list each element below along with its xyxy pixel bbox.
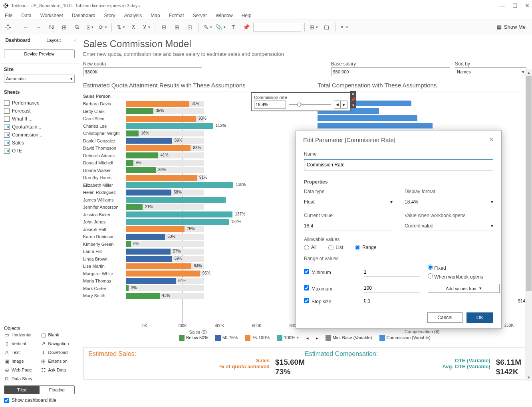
legend-nav-left-icon[interactable]: ◂ [306,336,309,341]
radio-range[interactable]: Range [355,245,376,250]
add-values-from-button[interactable]: Add values from ▾ [428,284,500,293]
new-sheet-icon[interactable]: ⧉ [71,22,83,33]
close-button[interactable]: ✕ [525,2,530,9]
size-select[interactable]: Automatic▾ [4,75,75,83]
new-quota-input[interactable]: $500K [83,67,202,76]
radio-fixed[interactable]: Fixed [428,265,500,271]
menu-story[interactable]: Story [103,12,117,19]
duplicate-icon[interactable]: ⎘ [84,22,95,33]
menu-file[interactable]: File [3,12,14,19]
toolbar-search[interactable] [253,23,301,32]
object-item[interactable]: ↗Navigation [41,340,75,347]
value-when-open-select[interactable]: Current value▾ [405,221,493,231]
forward-icon[interactable]: → [33,22,44,33]
display-format-select[interactable]: 18.4%▾ [405,197,493,207]
fit-icon[interactable]: ⊞ [308,22,319,33]
parameter-name-input[interactable] [304,159,493,170]
attach-icon[interactable]: 📎 [215,22,226,33]
menu-analysis[interactable]: Analysis [123,12,144,19]
object-item[interactable]: ⊕Web Page [4,366,38,373]
stepper-right-icon[interactable]: ▶ [341,101,347,108]
new-data-icon[interactable]: ⊞ [59,22,70,33]
legend-nav-right-icon[interactable]: ▸ [316,336,318,341]
object-item[interactable]: ⤓Download [41,349,75,356]
menu-server[interactable]: Server [191,12,208,19]
menu-format[interactable]: Format [167,12,186,19]
minimize-button[interactable]: — [500,2,505,9]
object-item[interactable]: ⎘Data Story [4,375,38,382]
sort-by-select[interactable]: Names▾ [455,67,526,76]
commission-slider[interactable] [289,104,331,105]
step-check[interactable]: Step size [304,298,356,304]
object-item[interactable]: ▣Image [4,358,38,365]
float-menu-icon[interactable]: ▾ [352,103,354,107]
tab-dashboard[interactable]: Dashboard [0,35,36,45]
device-preview-button[interactable]: Device Preview [4,49,75,58]
menu-window[interactable]: Window [214,12,234,19]
menu-map[interactable]: Map [149,12,161,19]
sheet-item[interactable]: What If ... [4,115,75,123]
radio-list[interactable]: List [328,245,343,250]
scroll-down-icon[interactable]: ▼ [525,374,532,381]
sort-desc-icon[interactable]: ⊻ [141,22,152,33]
sort-asc-icon[interactable]: ⊼ [128,22,139,33]
sheet-item[interactable]: Commission... [4,131,75,139]
tab-layout[interactable]: Layout [36,35,72,45]
current-value-input[interactable]: 18.4 [304,221,393,231]
float-pin-icon[interactable]: 📌 [351,97,355,102]
ok-button[interactable]: OK [466,312,493,323]
menu-dashboard[interactable]: Dashboard [70,12,97,19]
radio-when-open[interactable]: When workbook opens [428,273,500,280]
object-item[interactable]: AText [4,349,38,356]
vertical-scrollbar[interactable]: ▲ ▼ [525,69,532,381]
text-icon[interactable]: T [228,22,239,33]
step-input[interactable] [364,297,420,305]
show-dashboard-title-check[interactable]: Show dashboard title [4,394,75,405]
floating-toggle[interactable]: Floating [40,386,75,394]
labels-icon[interactable]: ⊡ [184,22,195,33]
sheet-item[interactable]: Sales [4,139,75,147]
sheet-item[interactable]: Forecast [4,107,75,115]
tableau-icon[interactable] [2,22,14,33]
menu-worksheet[interactable]: Worksheet [39,12,65,19]
datatype-select[interactable]: Float▾ [304,197,393,207]
highlight-icon[interactable]: ✎ [202,22,213,33]
object-item[interactable]: ⊞Extension [41,358,75,365]
cancel-button[interactable]: Cancel [427,312,462,323]
totals-icon[interactable]: ⊞ [171,22,183,33]
stepper-left-icon[interactable]: ◀ [334,101,341,108]
tiled-toggle[interactable]: Tiled [4,386,40,394]
dialog-close-icon[interactable]: ✕ [489,136,494,143]
menu-data[interactable]: Data [20,12,33,19]
sheet-item[interactable]: Performance [4,99,75,107]
chart-row: James Williams [83,196,313,204]
max-check[interactable]: Maximum [304,285,356,292]
present-icon[interactable]: ▢ [321,22,332,33]
scroll-up-icon[interactable]: ▲ [525,69,532,76]
float-close-icon[interactable]: ✕ [351,92,355,96]
min-input[interactable] [364,268,420,277]
save-icon[interactable]: 🖫 [46,22,57,33]
object-item[interactable]: ▯Vertical [4,340,38,347]
commission-rate-control[interactable]: Commission rate ◀ ▶ ✕ 📌 ▾ [251,92,351,111]
collapse-icon[interactable]: ‹ [71,38,79,43]
object-item[interactable]: ▢Blank [41,331,75,338]
sheet-item[interactable]: OTE [4,147,75,155]
share-icon[interactable]: ⚬⚬ [339,22,350,33]
max-input[interactable] [364,284,420,292]
maximize-button[interactable]: ☐ [512,2,518,9]
menu-help[interactable]: Help [240,12,253,19]
min-check[interactable]: Minimum [304,269,356,275]
swap-icon[interactable]: ⇅ [115,22,126,33]
show-me-button[interactable]: ▦ Show Me [497,24,526,30]
radio-all[interactable]: All [304,245,316,250]
group-icon[interactable]: ⊟ [159,22,170,33]
commission-rate-input[interactable] [254,101,286,109]
pin-icon[interactable]: 📌 [240,22,252,33]
base-salary-input[interactable]: $50,000 [331,67,450,76]
object-item[interactable]: ▭Horizontal [4,331,38,338]
sheet-item[interactable]: QuotaAttain... [4,123,75,131]
back-icon[interactable]: ← [20,22,32,33]
object-item[interactable]: ☷Ask Data [41,366,75,373]
refresh-icon[interactable]: ⟳ [97,22,108,33]
